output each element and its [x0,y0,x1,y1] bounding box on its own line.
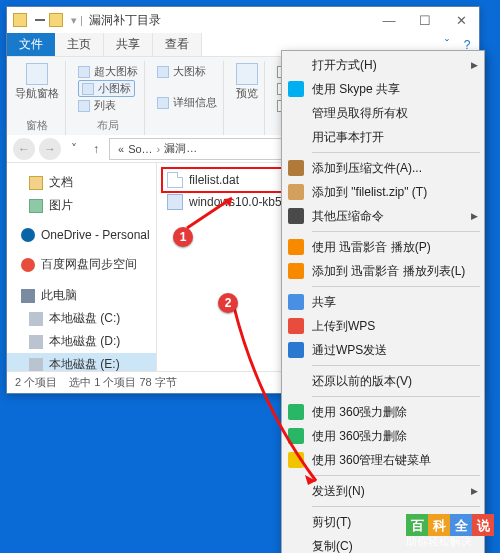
ctx-thunder-play[interactable]: 使用 迅雷影音 播放(P) [282,235,484,259]
watermark-logo: 百 科 全 说 [406,514,494,536]
ctx-360-occupy[interactable]: 使用 360强力删除 [282,400,484,424]
archive-icon [288,160,304,176]
ctx-separator [312,365,480,366]
ribbon-preview-section: 预览 [232,61,265,135]
360-menu-icon [288,452,304,468]
status-selected: 选中 1 个项目 78 字节 [69,375,177,390]
forward-button[interactable]: → [39,138,61,160]
preview-icon [236,63,258,85]
ctx-other-compress[interactable]: 其他压缩命令 [282,204,484,228]
ctx-separator [312,506,480,507]
section-label-panes: 窗格 [26,116,48,135]
nav-documents[interactable]: 文档 [7,171,156,194]
window-title: 漏洞补丁目录 [89,12,371,29]
nav-onedrive[interactable]: OneDrive - Personal [7,225,156,245]
compress-icon [288,208,304,224]
layout-list[interactable]: 列表 [78,97,116,114]
ctx-restore-prev[interactable]: 还原以前的版本(V) [282,369,484,393]
ctx-admin-own[interactable]: 管理员取得所有权 [282,101,484,125]
layout-details[interactable]: 详细信息 [157,94,217,111]
layout-small[interactable]: 小图标 [78,80,135,97]
wps-upload-icon [288,318,304,334]
thunder-icon [288,239,304,255]
ctx-separator [312,152,480,153]
skype-icon [288,81,304,97]
nav-pictures[interactable]: 图片 [7,194,156,217]
wps-send-icon [288,342,304,358]
folder-icon [13,13,27,27]
360-del-icon [288,428,304,444]
ctx-skype-share[interactable]: 使用 Skype 共享 [282,77,484,101]
breadcrumb-1[interactable]: So… [128,143,152,155]
tab-file[interactable]: 文件 [7,33,55,56]
status-item-count: 2 个项目 [15,375,57,390]
tab-home[interactable]: 主页 [55,33,104,56]
qat-dropdown-icon[interactable]: ▾ | [71,14,83,27]
ctx-open-with[interactable]: 打开方式(H) [282,53,484,77]
nav-pane-icon [26,63,48,85]
watermark-subtitle: 助你轻松解决 [406,536,494,547]
ctx-share[interactable]: 共享 [282,290,484,314]
preview-button[interactable]: 预览 [236,63,258,99]
ctx-wps-upload[interactable]: 上传到WPS [282,314,484,338]
up-button[interactable]: ↑ [87,142,105,156]
tab-share[interactable]: 共享 [104,33,153,56]
context-menu[interactable]: 打开方式(H) 使用 Skype 共享 管理员取得所有权 用记事本打开 添加到压… [281,50,485,553]
folder-context-icon [49,13,63,27]
annotation-badge-1: 1 [173,227,193,247]
recent-dropdown-icon[interactable]: ˅ [65,142,83,156]
tab-view[interactable]: 查看 [153,33,202,56]
ribbon-panes-section: 导航窗格 窗格 [11,61,66,135]
ctx-separator [312,396,480,397]
qat-separator [35,19,45,21]
layout-xlarge[interactable]: 超大图标 [78,63,138,80]
zip-icon [288,184,304,200]
close-button[interactable]: ✕ [443,7,479,33]
nav-drive-c[interactable]: 本地磁盘 (C:) [7,307,156,330]
ctx-send-to[interactable]: 发送到(N) [282,479,484,503]
minimize-button[interactable]: — [371,7,407,33]
thunder-list-icon [288,263,304,279]
ctx-separator [312,475,480,476]
titlebar[interactable]: ▾ | 漏洞补丁目录 — ☐ ✕ [7,7,479,33]
ctx-add-zip[interactable]: 添加到 "filelist.zip" (T) [282,180,484,204]
navigation-pane[interactable]: 文档 图片 OneDrive - Personal 百度网盘同步空间 此电脑 本… [7,163,157,371]
watermark: 百 科 全 说 助你轻松解决 [406,514,494,547]
nav-drive-e[interactable]: 本地磁盘 (E:) [7,353,156,371]
back-button[interactable]: ← [13,138,35,160]
nav-drive-d[interactable]: 本地磁盘 (D:) [7,330,156,353]
annotation-badge-2: 2 [218,293,238,313]
share-icon [288,294,304,310]
section-label-layout: 布局 [97,116,119,135]
360-icon [288,404,304,420]
ctx-wps-send[interactable]: 通过WPS发送 [282,338,484,362]
nav-thispc[interactable]: 此电脑 [7,284,156,307]
cab-icon [167,194,183,210]
ctx-360-menu[interactable]: 使用 360管理右键菜单 [282,448,484,472]
breadcrumb-2[interactable]: 漏洞… [164,141,197,156]
layout-large[interactable]: 大图标 [157,63,206,80]
ctx-notepad[interactable]: 用记事本打开 [282,125,484,149]
nav-pane-button[interactable]: 导航窗格 [15,63,59,99]
nav-baidu[interactable]: 百度网盘同步空间 [7,253,156,276]
ctx-360-force-del[interactable]: 使用 360强力删除 [282,424,484,448]
file-icon [167,172,183,188]
ribbon-layout2: 大图标 — 详细信息 [153,61,224,135]
ctx-add-archive[interactable]: 添加到压缩文件(A)... [282,156,484,180]
ctx-thunder-list[interactable]: 添加到 迅雷影音 播放列表(L) [282,259,484,283]
maximize-button[interactable]: ☐ [407,7,443,33]
ctx-separator [312,231,480,232]
ribbon-layout-section: 超大图标 小图标 列表 布局 [74,61,145,135]
ctx-separator [312,286,480,287]
